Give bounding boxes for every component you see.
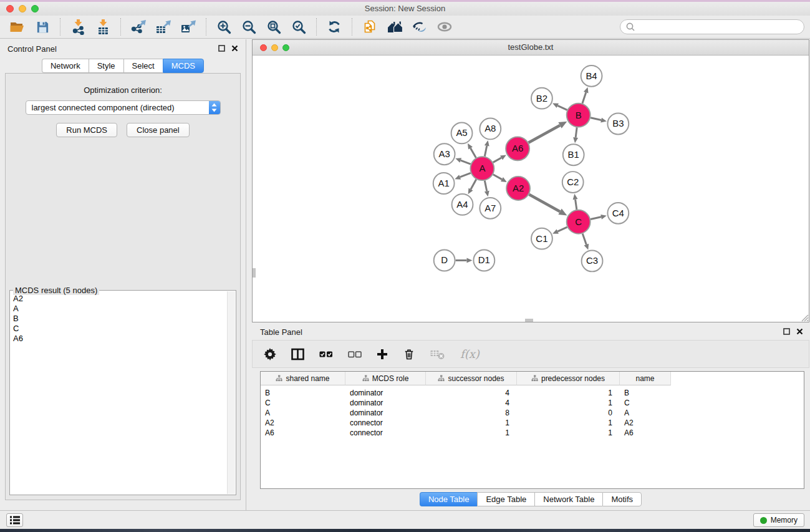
delete-row-icon[interactable] xyxy=(403,348,415,360)
cell-successor-nodes[interactable]: 4 xyxy=(426,389,517,397)
graph-edge-B-B2[interactable] xyxy=(557,105,567,110)
tab-edge-table[interactable]: Edge Table xyxy=(477,492,534,506)
cell-name[interactable]: A6 xyxy=(620,428,671,437)
close-panel-button[interactable]: Close panel xyxy=(127,123,190,137)
deselect-all-icon[interactable] xyxy=(348,350,362,359)
cell-shared-name[interactable]: A6 xyxy=(261,428,345,437)
mcds-result-item[interactable]: C xyxy=(13,324,228,334)
mcds-result-item[interactable]: A6 xyxy=(13,334,228,344)
graph-node-C2[interactable]: C2 xyxy=(562,172,584,193)
column-header-predecessor-nodes[interactable]: predecessor nodes xyxy=(517,372,620,385)
zoom-out-icon[interactable] xyxy=(236,17,261,37)
cell-name[interactable]: B xyxy=(620,389,671,397)
cell-shared-name[interactable]: A2 xyxy=(261,418,345,427)
graph-edge-B-B4[interactable] xyxy=(582,92,586,103)
add-row-icon[interactable] xyxy=(377,349,388,360)
cell-predecessor-nodes[interactable]: 1 xyxy=(517,428,620,437)
show-panels-button[interactable] xyxy=(6,513,23,527)
graph-edge-C-C2[interactable] xyxy=(576,200,577,210)
cell-MCDS-role[interactable]: connector xyxy=(345,428,426,437)
cell-MCDS-role[interactable]: dominator xyxy=(345,399,426,407)
tab-network[interactable]: Network xyxy=(42,59,89,73)
mcds-result-item[interactable]: B xyxy=(13,314,228,324)
graph-edge-B-B3[interactable] xyxy=(591,118,601,120)
table-row[interactable]: Cdominator41C xyxy=(261,398,804,408)
float-table-panel-icon[interactable] xyxy=(783,328,790,335)
tab-select[interactable]: Select xyxy=(123,59,163,73)
node-table[interactable]: shared nameMCDS rolesuccessor nodesprede… xyxy=(260,371,804,489)
resize-grip-icon[interactable] xyxy=(801,314,809,322)
zoom-fit-icon[interactable] xyxy=(261,17,286,37)
open-session-icon[interactable] xyxy=(5,17,30,37)
float-panel-icon[interactable] xyxy=(218,45,225,52)
graph-edge-C-C3[interactable] xyxy=(582,234,586,245)
close-table-panel-icon[interactable] xyxy=(796,328,803,335)
graph-edge-A-A8[interactable] xyxy=(485,146,486,157)
graph-edge-A-A6[interactable] xyxy=(493,158,501,162)
table-row[interactable]: A2connector11A2 xyxy=(261,418,804,428)
graph-node-A7[interactable]: A7 xyxy=(480,198,501,219)
cell-successor-nodes[interactable]: 8 xyxy=(426,409,517,417)
network-graph[interactable]: B4B2BB3A5A8A6A3B1AC2A1A2A4A7C4CC1C3DD1 xyxy=(253,56,809,322)
refresh-network-icon[interactable] xyxy=(322,17,347,37)
import-table-icon[interactable] xyxy=(90,17,115,37)
graph-node-C3[interactable]: C3 xyxy=(582,251,603,272)
cell-shared-name[interactable]: A xyxy=(261,409,345,417)
tab-style[interactable]: Style xyxy=(89,59,123,73)
cybrowser-home-icon[interactable] xyxy=(382,17,407,37)
graph-edge-C-C1[interactable] xyxy=(557,227,567,231)
network-window-titlebar[interactable]: testGlobe.txt xyxy=(253,40,809,56)
graph-node-B[interactable]: B xyxy=(567,104,591,127)
cell-predecessor-nodes[interactable]: 1 xyxy=(517,389,620,397)
graph-edge-C-C4[interactable] xyxy=(591,217,601,220)
cell-predecessor-nodes[interactable]: 1 xyxy=(517,399,620,407)
memory-button[interactable]: Memory xyxy=(753,513,804,527)
hide-graphics-details-icon[interactable] xyxy=(407,17,432,37)
graph-node-A4[interactable]: A4 xyxy=(452,194,473,215)
close-panel-icon[interactable] xyxy=(231,45,238,52)
table-settings-icon[interactable] xyxy=(264,348,276,360)
vertical-scrollbar-thumb[interactable] xyxy=(253,268,256,278)
export-table-icon[interactable] xyxy=(151,17,176,37)
zoom-in-icon[interactable] xyxy=(211,17,236,37)
new-network-from-selection-icon[interactable] xyxy=(357,17,382,37)
table-row[interactable]: Adominator80A xyxy=(261,408,804,418)
show-graphics-details-icon[interactable] xyxy=(432,17,457,37)
cell-MCDS-role[interactable]: dominator xyxy=(345,389,426,397)
save-session-icon[interactable] xyxy=(30,17,55,37)
apply-function-icon[interactable]: f(x) xyxy=(460,347,480,360)
export-image-icon[interactable] xyxy=(176,17,201,37)
cell-name[interactable]: A xyxy=(620,409,671,417)
horizontal-scrollbar-thumb[interactable] xyxy=(525,319,533,322)
tab-network-table[interactable]: Network Table xyxy=(534,492,602,506)
search-box[interactable] xyxy=(620,19,804,34)
select-all-icon[interactable] xyxy=(319,350,333,359)
column-header-successor-nodes[interactable]: successor nodes xyxy=(426,372,517,385)
graph-node-D[interactable]: D xyxy=(434,250,455,271)
graph-edge-A-A7[interactable] xyxy=(485,181,486,191)
graph-node-A5[interactable]: A5 xyxy=(451,122,473,143)
cell-successor-nodes[interactable]: 1 xyxy=(426,418,517,427)
cell-name[interactable]: C xyxy=(620,399,671,407)
graph-node-B2[interactable]: B2 xyxy=(531,88,552,109)
import-network-icon[interactable] xyxy=(65,17,90,37)
graph-edge-A-A5[interactable] xyxy=(470,148,476,158)
graph-node-D1[interactable]: D1 xyxy=(473,250,494,271)
table-row[interactable]: A6connector11A6 xyxy=(261,428,804,438)
graph-edge-B-B1[interactable] xyxy=(576,127,577,137)
graph-node-C[interactable]: C xyxy=(567,210,591,234)
graph-node-A1[interactable]: A1 xyxy=(433,173,455,194)
tab-motifs[interactable]: Motifs xyxy=(602,492,642,506)
table-row[interactable]: Bdominator41B xyxy=(261,388,804,398)
graph-node-B4[interactable]: B4 xyxy=(581,65,602,87)
graph-node-C4[interactable]: C4 xyxy=(607,203,629,224)
mcds-list-scrollbar[interactable] xyxy=(227,291,235,494)
tab-node-table[interactable]: Node Table xyxy=(420,492,478,506)
cell-shared-name[interactable]: B xyxy=(261,389,345,397)
graph-node-B3[interactable]: B3 xyxy=(607,114,629,135)
column-header-name[interactable]: name xyxy=(620,372,671,385)
cell-shared-name[interactable]: C xyxy=(261,399,345,407)
network-canvas[interactable]: B4B2BB3A5A8A6A3B1AC2A1A2A4A7C4CC1C3DD1 xyxy=(253,56,809,322)
graph-node-A2[interactable]: A2 xyxy=(506,177,530,200)
cell-successor-nodes[interactable]: 4 xyxy=(426,399,517,407)
